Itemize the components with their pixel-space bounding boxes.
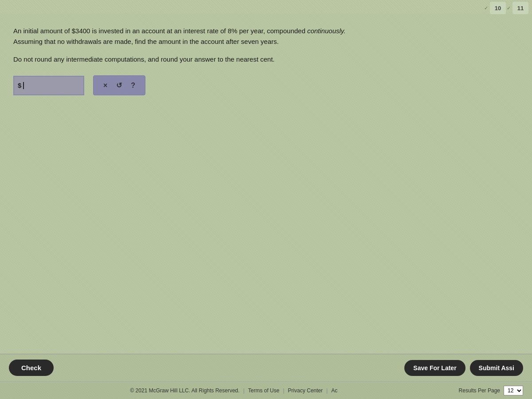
toolbar-buttons: × ↺ ? [93,75,145,95]
step-11[interactable]: 11 [512,2,528,14]
problem-line3: Do not round any intermediate computatio… [13,54,519,65]
clear-button[interactable]: × [101,80,110,91]
input-cursor [23,82,24,89]
submit-assignment-button[interactable]: Submit Assi [470,360,523,376]
separator3: | [326,387,328,394]
separator2: | [283,387,284,394]
accessibility-link[interactable]: Ac [331,387,337,394]
footer-right: Results Per Page 12 24 48 [459,386,523,395]
answer-input-wrapper[interactable]: $ [13,76,84,95]
copyright-text: © 2021 McGraw Hill LLC. All Rights Reser… [130,387,239,394]
answer-row: $ × ↺ ? [13,75,519,95]
step11-check: ✓ [507,5,511,11]
footer-links: © 2021 McGraw Hill LLC. All Rights Reser… [130,387,337,394]
right-actions: Save For Later Submit Assi [404,360,523,376]
step-10[interactable]: 10 [490,2,506,14]
top-nav-bar: ✓ 10 ✓ 11 [481,0,532,16]
privacy-center-link[interactable]: Privacy Center [288,387,323,394]
main-content: An initial amount of $3400 is invested i… [0,13,532,355]
results-per-page-label: Results Per Page [459,387,500,394]
footer: © 2021 McGraw Hill LLC. All Rights Reser… [0,381,532,399]
step10-check: ✓ [484,5,488,11]
problem-line1: An initial amount of $3400 is invested i… [13,26,519,47]
undo-button[interactable]: ↺ [113,79,125,91]
bottom-action-bar: Check Save For Later Submit Assi [0,354,532,381]
separator1: | [243,387,244,394]
help-button[interactable]: ? [128,80,138,91]
terms-of-use-link[interactable]: Terms of Use [248,387,280,394]
save-for-later-button[interactable]: Save For Later [404,360,465,376]
dollar-sign: $ [18,82,21,89]
check-button[interactable]: Check [9,360,54,376]
results-per-page-select[interactable]: 12 24 48 [504,386,523,395]
